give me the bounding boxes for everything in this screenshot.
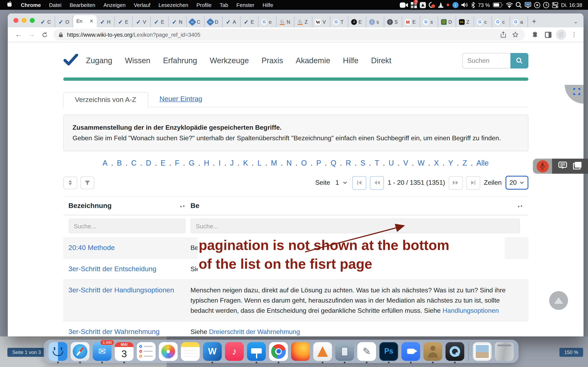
alphabet-link-K[interactable]: K xyxy=(243,159,248,167)
browser-tab-3[interactable]: ✓H xyxy=(97,16,115,27)
menubar-item-profile[interactable]: Profile xyxy=(192,2,216,8)
alphabet-link-E[interactable]: E xyxy=(161,159,165,167)
dock-item-music[interactable]: ♪ xyxy=(223,342,245,361)
first-page-button[interactable] xyxy=(353,176,366,189)
menubar-clock[interactable]: Di. 16:38 xyxy=(561,2,582,8)
browser-tab-19[interactable]: SS xyxy=(384,16,402,27)
photos-icon[interactable] xyxy=(159,342,178,361)
bluetooth-icon[interactable] xyxy=(471,1,475,8)
screenshot-corner-overlay[interactable] xyxy=(565,85,584,104)
battery-icon[interactable] xyxy=(493,1,503,8)
column-header-beschreibung[interactable]: Be ▲▼ xyxy=(190,202,523,210)
alphabet-link-A[interactable]: A xyxy=(103,159,107,167)
wifi-icon[interactable] xyxy=(506,1,513,8)
browser-tab-22[interactable]: DD xyxy=(438,16,456,27)
volume-icon[interactable] xyxy=(462,1,468,8)
apple-menu-icon[interactable] xyxy=(7,1,13,8)
browser-tab-15[interactable]: WV xyxy=(312,16,330,27)
browser-tab-17[interactable]: JiE xyxy=(348,16,366,27)
tab-verzeichnis[interactable]: Verzeichnis von A-Z xyxy=(63,92,148,107)
microphone-button[interactable] xyxy=(536,160,549,172)
alphabet-link-D[interactable]: D xyxy=(146,159,151,167)
tab-neuer-eintrag[interactable]: Neuer Eintrag xyxy=(159,95,202,107)
alphabet-link-W[interactable]: W xyxy=(417,159,424,167)
browser-tab-4[interactable]: ✓E xyxy=(115,16,133,27)
column-header-bezeichnung[interactable]: Bezeichnung ▲▼ xyxy=(68,202,185,210)
time-machine-icon[interactable] xyxy=(543,1,549,8)
alphabet-link-Alle[interactable]: Alle xyxy=(476,159,489,167)
column-sort-icon[interactable]: ▲▼ xyxy=(180,205,185,207)
term-link[interactable]: 3er-Schritt der Handlungsoptionen xyxy=(68,286,174,294)
dock-item-calendar[interactable]: MAI3 xyxy=(113,342,135,361)
alphabet-link-H[interactable]: H xyxy=(204,159,209,167)
browser-tab-8[interactable]: tikiC xyxy=(187,16,205,27)
alphabet-link-O[interactable]: O xyxy=(301,159,307,167)
comments-button[interactable] xyxy=(558,161,567,171)
site-nav-akademie[interactable]: Akademie xyxy=(296,56,330,65)
back-button[interactable]: ← xyxy=(13,29,24,40)
filter-beschreibung-input[interactable] xyxy=(190,218,520,233)
page-select[interactable]: 1 xyxy=(334,179,349,186)
bookmark-star-button[interactable] xyxy=(511,30,520,39)
display-icon[interactable] xyxy=(525,1,531,8)
minimize-window-button[interactable] xyxy=(22,18,26,23)
photoshop-icon[interactable]: Ps xyxy=(379,342,398,361)
window-controls[interactable] xyxy=(13,18,35,23)
close-window-button[interactable] xyxy=(13,18,18,23)
term-link[interactable]: 3er-Schritt der Entscheidung xyxy=(68,265,156,273)
alphabet-link-J[interactable]: J xyxy=(230,159,234,167)
vlc-cone-icon[interactable] xyxy=(438,1,444,8)
site-nav-zugang[interactable]: Zugang xyxy=(86,56,112,65)
new-tab-button[interactable]: + xyxy=(532,17,536,26)
safari-icon[interactable] xyxy=(71,342,89,361)
dock-item-finder[interactable] xyxy=(47,342,69,361)
trash-icon[interactable] xyxy=(495,342,514,361)
dock-item-screenshot[interactable] xyxy=(334,342,356,361)
rows-per-page-select[interactable]: 20 xyxy=(505,176,528,190)
menubar-item-tab[interactable]: Tab xyxy=(216,2,232,8)
browser-tab-5[interactable]: ✓V xyxy=(133,16,151,27)
browser-tab-16[interactable]: GT xyxy=(330,16,348,27)
alphabet-link-L[interactable]: L xyxy=(258,159,261,167)
alphabet-link-T[interactable]: T xyxy=(375,159,379,167)
alphabet-link-M[interactable]: M xyxy=(271,159,277,167)
browser-tab-14[interactable]: ♘Z xyxy=(294,16,312,27)
dock-item-textedit[interactable]: ✎ xyxy=(356,342,378,361)
alphabet-link-P[interactable]: P xyxy=(316,159,321,167)
alphabet-link-S[interactable]: S xyxy=(360,159,365,167)
description-link[interactable]: Dreierschritt der Wahrnehmung xyxy=(209,328,300,335)
site-nav-direkt[interactable]: Direkt xyxy=(371,56,391,65)
browser-tab-0[interactable]: ✓C xyxy=(37,16,55,27)
address-bar[interactable]: https://www.wiki-to-yes.org/Lexikon?page… xyxy=(53,29,525,40)
dock-item-contacts[interactable] xyxy=(422,342,444,361)
menubar-item-bearbeiten[interactable]: Bearbeiten xyxy=(66,2,99,8)
browser-tab-11[interactable]: ✓E xyxy=(241,16,259,27)
menubar-item-anzeigen[interactable]: Anzeigen xyxy=(99,2,130,8)
finder-icon[interactable] xyxy=(49,342,67,361)
dock-item-word[interactable]: W xyxy=(201,342,223,361)
alphabet-link-V[interactable]: V xyxy=(403,159,408,167)
recording-dot-icon[interactable] xyxy=(447,1,450,8)
keynote-icon[interactable] xyxy=(247,342,266,361)
chrome-menu-button[interactable]: ⋮ xyxy=(569,29,579,40)
dock-item-downloads[interactable] xyxy=(471,342,493,361)
alphabet-link-Y[interactable]: Y xyxy=(448,159,453,167)
forward-button[interactable]: → xyxy=(26,29,37,40)
zoom-window-button[interactable] xyxy=(30,18,35,23)
vlc-icon[interactable] xyxy=(313,342,332,361)
scroll-to-top-button[interactable] xyxy=(549,291,568,310)
music-icon[interactable]: ♪ xyxy=(225,342,244,361)
browser-tab-21[interactable]: Gs xyxy=(420,16,438,27)
menubar-item-fenster[interactable]: Fenster xyxy=(232,2,259,8)
alphabet-link-F[interactable]: F xyxy=(175,159,180,167)
site-nav-praxis[interactable]: Praxis xyxy=(261,56,283,65)
dock-item-firefox[interactable] xyxy=(290,342,311,361)
spotlight-icon[interactable] xyxy=(516,1,522,8)
browser-tab-9[interactable]: tikiD xyxy=(205,16,223,27)
dock-item-notes[interactable] xyxy=(179,342,201,361)
browser-tab-7[interactable]: ✓N xyxy=(169,16,187,27)
browser-tab-12[interactable]: Go xyxy=(259,16,277,27)
filter-bezeichnung-input[interactable] xyxy=(68,218,185,233)
alphabet-link-Z[interactable]: Z xyxy=(463,159,467,167)
site-nav-wissen[interactable]: Wissen xyxy=(125,56,150,65)
